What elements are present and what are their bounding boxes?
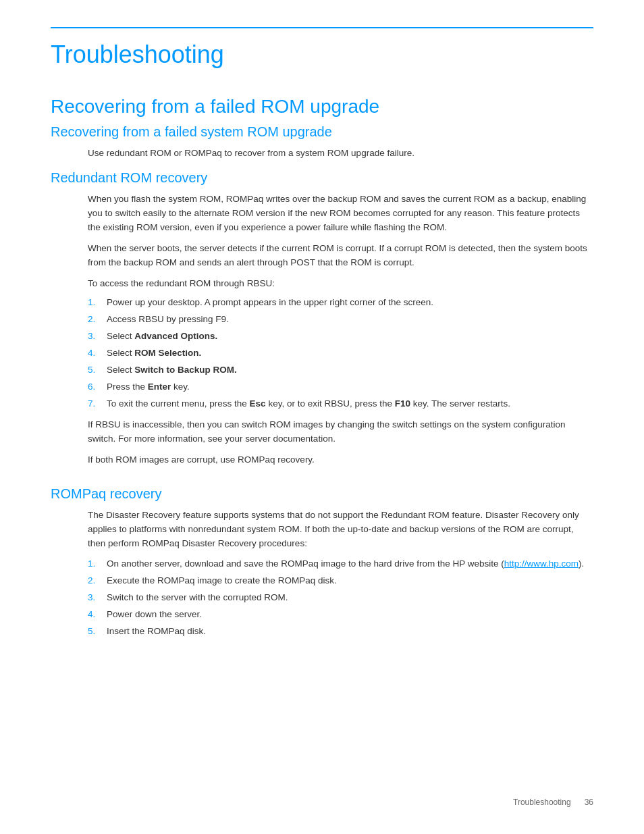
list-item: 2. Execute the ROMPaq image to create th… [88,574,593,588]
redundant-rom-section: Redundant ROM recovery When you flash th… [51,170,593,467]
rompaq-para1: The Disaster Recovery feature supports s… [88,509,593,551]
redundant-rom-para3: If RBSU is inaccessible, then you can sw… [88,418,593,446]
list-item: 2. Access RBSU by pressing F9. [88,313,593,327]
main-section-title: Recovering from a failed ROM upgrade [51,96,593,118]
list-item: 5. Insert the ROMPaq disk. [88,625,593,639]
list-item: 4. Select ROM Selection. [88,346,593,361]
footer-label: Troubleshooting [513,798,571,807]
rompaq-section: ROMPaq recovery The Disaster Recovery fe… [51,486,593,639]
list-item: 3. Select Advanced Options. [88,330,593,344]
redundant-rom-title: Redundant ROM recovery [51,170,593,186]
redundant-rom-steps: 1. Power up your desktop. A prompt appea… [88,296,593,411]
to-access-text: To access the redundant ROM through RBSU… [88,277,593,291]
list-item: 5. Select Switch to Backup ROM. [88,363,593,377]
redundant-rom-para2: When the server boots, the server detect… [88,242,593,270]
rompaq-title: ROMPaq recovery [51,486,593,502]
rompaq-steps: 1. On another server, download and save … [88,557,593,639]
list-item: 6. Press the Enter key. [88,380,593,394]
page-title: Troubleshooting [51,41,593,69]
top-rule [51,27,593,28]
redundant-rom-para4: If both ROM images are corrupt, use ROMP… [88,453,593,467]
list-item: 7. To exit the current menu, press the E… [88,397,593,411]
intro-text: Use redundant ROM or ROMPaq to recover f… [88,147,593,161]
list-item: 3. Switch to the server with the corrupt… [88,591,593,605]
list-item: 1. Power up your desktop. A prompt appea… [88,296,593,310]
footer-page: 36 [585,798,593,807]
subsection-title: Recovering from a failed system ROM upgr… [51,124,593,140]
redundant-rom-para1: When you flash the system ROM, ROMPaq wr… [88,192,593,235]
footer: Troubleshooting 36 [513,798,593,807]
list-item: 1. On another server, download and save … [88,557,593,571]
hp-link[interactable]: http://www.hp.com [504,558,579,569]
list-item: 4. Power down the server. [88,608,593,622]
